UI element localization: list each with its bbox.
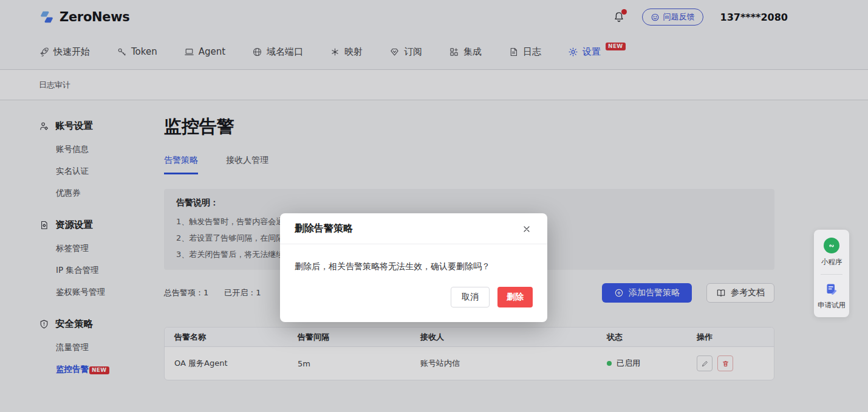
modal-footer: 取消 删除 xyxy=(280,286,547,322)
floating-panel: 小程序 申请试用 xyxy=(814,230,849,317)
panel-divider xyxy=(821,274,842,275)
mini-program-entry[interactable]: 小程序 xyxy=(821,238,842,267)
modal-close-button[interactable] xyxy=(521,223,533,235)
close-icon xyxy=(522,224,531,234)
wechat-miniprogram-icon xyxy=(824,238,839,253)
modal-header: 删除告警策略 xyxy=(280,213,547,244)
delete-policy-modal: 删除告警策略 删除后，相关告警策略将无法生效，确认要删除吗？ 取消 删除 xyxy=(280,213,547,322)
modal-overlay xyxy=(0,0,868,412)
confirm-delete-button[interactable]: 删除 xyxy=(497,287,533,307)
cancel-button[interactable]: 取消 xyxy=(451,287,490,307)
apply-trial-icon xyxy=(824,282,839,297)
modal-message: 删除后，相关告警策略将无法生效，确认要删除吗？ xyxy=(280,244,547,286)
apply-trial-entry[interactable]: 申请试用 xyxy=(818,282,846,310)
page: ZeroNews xyxy=(0,0,868,412)
modal-title: 删除告警策略 xyxy=(295,222,353,235)
